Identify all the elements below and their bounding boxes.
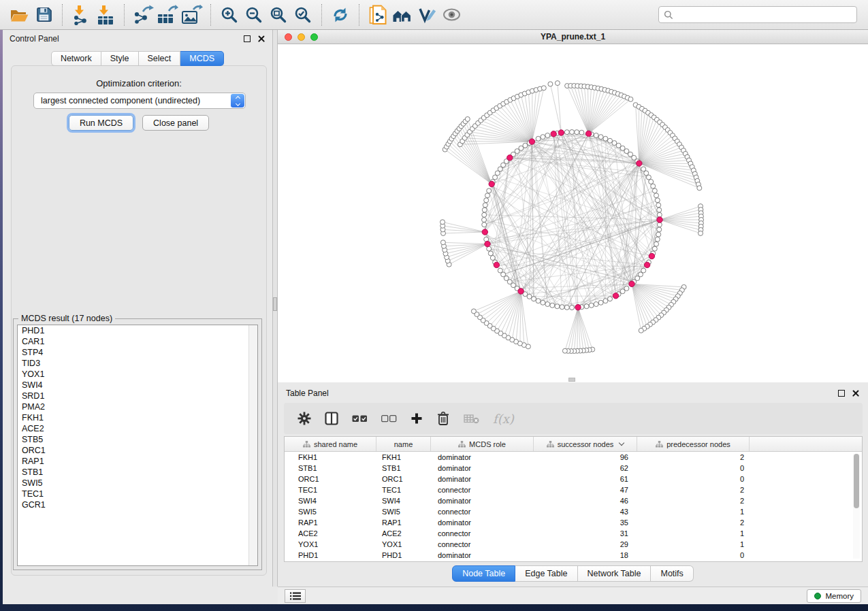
- panel-splitter[interactable]: [272, 30, 278, 587]
- table-cell[interactable]: SWI5: [285, 508, 376, 516]
- mcds-result-item[interactable]: PHD1: [18, 325, 257, 336]
- column-header-successor-nodes[interactable]: successor nodes: [534, 437, 637, 451]
- table-cell[interactable]: connector: [431, 486, 534, 494]
- new-network-from-file-icon[interactable]: [366, 4, 390, 26]
- show-columns-icon[interactable]: [325, 408, 338, 429]
- show-graphics-details-icon[interactable]: [439, 4, 464, 26]
- table-cell[interactable]: 62: [534, 464, 637, 472]
- close-table-panel-icon[interactable]: [852, 389, 860, 397]
- table-cell[interactable]: dominator: [431, 453, 534, 461]
- mcds-result-list[interactable]: PHD1CAR1STP4TID3YOX1SWI4SRD1PMA2FKH1ACE2…: [17, 325, 258, 566]
- open-session-icon[interactable]: [7, 4, 31, 26]
- mcds-result-item[interactable]: YOX1: [18, 369, 257, 380]
- export-network-icon[interactable]: [131, 4, 155, 26]
- table-cell[interactable]: 43: [534, 508, 637, 516]
- canvas-splitter-handle[interactable]: [568, 378, 575, 382]
- scrollbar-thumb[interactable]: [854, 454, 859, 508]
- table-row[interactable]: SWI4SWI4dominator462: [285, 495, 862, 506]
- table-cell[interactable]: ACE2: [285, 529, 376, 538]
- mcds-result-item[interactable]: STP4: [18, 347, 257, 358]
- mcds-result-item[interactable]: ACE2: [18, 423, 257, 434]
- table-row[interactable]: ORC1ORC1dominator610: [285, 474, 862, 484]
- tab-node-table[interactable]: Node Table: [452, 565, 515, 582]
- table-cell[interactable]: PHD1: [376, 551, 431, 559]
- float-panel-icon[interactable]: [244, 35, 251, 42]
- import-network-icon[interactable]: [69, 4, 93, 26]
- table-row[interactable]: PHD1PHD1dominator180: [285, 550, 862, 561]
- table-cell[interactable]: 2: [637, 497, 750, 505]
- mcds-result-item[interactable]: TID3: [18, 358, 257, 369]
- table-cell[interactable]: dominator: [431, 475, 534, 483]
- table-cell[interactable]: 0: [637, 551, 750, 559]
- table-cell[interactable]: STB1: [376, 464, 431, 472]
- table-cell[interactable]: STB1: [285, 464, 376, 472]
- table-options-icon[interactable]: [298, 408, 311, 429]
- tab-select[interactable]: Select: [139, 51, 181, 66]
- table-cell[interactable]: TEC1: [376, 486, 431, 494]
- network-graph[interactable]: [278, 44, 868, 382]
- optimization-criterion-select[interactable]: largest connected component (undirected): [33, 93, 246, 109]
- table-cell[interactable]: 18: [534, 551, 637, 559]
- table-cell[interactable]: 0: [637, 475, 750, 483]
- close-window-icon[interactable]: [285, 33, 292, 41]
- sort-chevron-icon[interactable]: [619, 440, 624, 446]
- table-cell[interactable]: dominator: [431, 464, 534, 472]
- table-row[interactable]: ACE2ACE2connector311: [285, 528, 862, 539]
- zoom-selected-icon[interactable]: [291, 4, 315, 26]
- zoom-fit-icon[interactable]: [266, 4, 291, 26]
- table-cell[interactable]: RAP1: [376, 518, 431, 527]
- table-cell[interactable]: ORC1: [285, 475, 376, 483]
- column-header-shared-name[interactable]: shared name: [285, 437, 376, 451]
- add-column-icon[interactable]: [411, 408, 423, 429]
- show-networks-icon[interactable]: [390, 4, 415, 26]
- column-header-name[interactable]: name: [376, 437, 431, 451]
- table-cell[interactable]: connector: [431, 529, 534, 538]
- splitter-handle[interactable]: [273, 297, 277, 311]
- table-cell[interactable]: RAP1: [285, 518, 376, 527]
- mcds-result-item[interactable]: SWI5: [18, 478, 257, 489]
- table-cell[interactable]: 61: [534, 475, 637, 483]
- table-cell[interactable]: 1: [637, 540, 750, 548]
- mcds-list-scrollbar[interactable]: [248, 325, 257, 565]
- mcds-result-item[interactable]: ORC1: [18, 445, 257, 456]
- mcds-result-item[interactable]: STB1: [18, 467, 257, 478]
- table-cell[interactable]: 47: [534, 486, 637, 494]
- show-panel-list-button[interactable]: [285, 589, 306, 603]
- zoom-out-icon[interactable]: [242, 4, 266, 26]
- apply-style-icon[interactable]: [415, 4, 439, 26]
- column-header-MCDS-role[interactable]: MCDS role: [431, 437, 534, 451]
- table-row[interactable]: YOX1YOX1connector291: [285, 539, 862, 550]
- import-table-icon[interactable]: [93, 4, 118, 26]
- table-row[interactable]: RAP1RAP1dominator352: [285, 517, 862, 528]
- tab-mcds[interactable]: MCDS: [180, 51, 224, 66]
- close-panel-button[interactable]: Close panel: [142, 115, 209, 131]
- table-cell[interactable]: TEC1: [285, 486, 376, 494]
- table-cell[interactable]: dominator: [431, 551, 534, 559]
- table-row[interactable]: TEC1TEC1connector472: [285, 484, 862, 495]
- select-all-icon[interactable]: [352, 408, 368, 429]
- tab-edge-table[interactable]: Edge Table: [515, 565, 577, 582]
- node-table[interactable]: shared namenameMCDS rolesuccessor nodesp…: [284, 436, 863, 562]
- table-cell[interactable]: YOX1: [285, 540, 376, 548]
- table-cell[interactable]: connector: [431, 540, 534, 548]
- save-session-icon[interactable]: [31, 4, 56, 26]
- table-cell[interactable]: connector: [431, 508, 534, 516]
- table-cell[interactable]: FKH1: [376, 453, 431, 461]
- tab-network[interactable]: Network: [51, 51, 101, 66]
- minimize-window-icon[interactable]: [298, 33, 305, 41]
- column-header-predecessor-nodes[interactable]: predecessor nodes: [637, 437, 750, 451]
- table-cell[interactable]: YOX1: [376, 540, 431, 548]
- memory-button[interactable]: Memory: [807, 589, 861, 603]
- search-box[interactable]: [658, 6, 857, 23]
- mcds-result-item[interactable]: STB5: [18, 434, 257, 445]
- table-cell[interactable]: 2: [637, 486, 750, 494]
- tab-network-table[interactable]: Network Table: [578, 565, 652, 582]
- table-cell[interactable]: 35: [534, 518, 637, 527]
- table-cell[interactable]: 96: [534, 453, 637, 461]
- table-row[interactable]: STB1STB1dominator620: [285, 463, 862, 474]
- table-cell[interactable]: SWI5: [376, 508, 431, 516]
- table-cell[interactable]: 1: [637, 529, 750, 538]
- maximize-window-icon[interactable]: [310, 33, 318, 41]
- refresh-view-icon[interactable]: [328, 4, 353, 26]
- table-cell[interactable]: 29: [534, 540, 637, 548]
